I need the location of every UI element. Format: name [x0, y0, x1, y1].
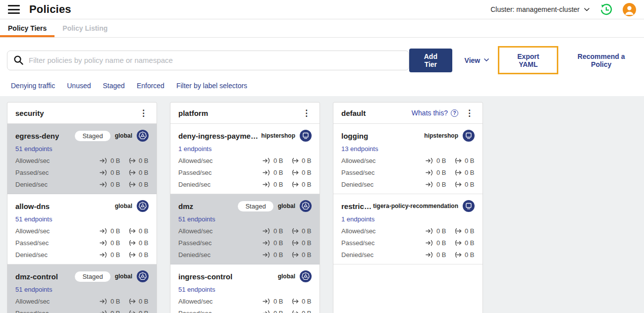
- recommend-policy-button[interactable]: Recommend a Policy: [566, 52, 636, 68]
- ingress-value: 0 B: [436, 239, 446, 247]
- egress-traffic-icon: [454, 181, 462, 188]
- tab-policy-listing-label: Policy Listing: [62, 24, 107, 32]
- policy-card-egress-deny[interactable]: egress-denyStagedglobal51 endpointsAllow…: [7, 124, 157, 194]
- whats-this-link[interactable]: Whats this??: [412, 109, 458, 117]
- policy-card-ingress-control[interactable]: ingress-controlglobal51 endpointsAllowed…: [170, 264, 320, 313]
- egress-value: 0 B: [465, 227, 475, 235]
- policy-card-logging[interactable]: logginghipstershop13 endpointsAllowed/se…: [333, 124, 483, 194]
- add-tier-button[interactable]: Add Tier: [409, 49, 452, 72]
- global-scope-icon: [137, 200, 149, 212]
- egress-traffic-icon: [291, 310, 299, 313]
- policy-search-box[interactable]: [7, 51, 409, 70]
- filter-unused[interactable]: Unused: [67, 82, 91, 90]
- kebab-menu-icon[interactable]: ⋮: [137, 108, 150, 118]
- whats-this-label: Whats this?: [412, 109, 448, 117]
- view-dropdown-button[interactable]: View: [465, 56, 489, 64]
- policy-name: logging: [341, 132, 368, 140]
- endpoints-link[interactable]: 51 endpoints: [178, 215, 312, 223]
- ingress-value: 0 B: [110, 227, 120, 235]
- egress-traffic-icon: [128, 298, 136, 305]
- global-scope-icon: [300, 270, 312, 282]
- egress-traffic-icon: [291, 169, 299, 176]
- endpoints-link[interactable]: 1 endpoints: [178, 145, 312, 153]
- kebab-menu-icon[interactable]: ⋮: [463, 108, 476, 118]
- export-yaml-button[interactable]: Export YAML: [507, 52, 549, 68]
- ingress-traffic-icon: [426, 181, 434, 188]
- policy-card-dmz[interactable]: dmzStagedglobal51 endpointsAllowed/sec0 …: [170, 194, 320, 264]
- metric-row: Denied/sec0 B0 B: [178, 181, 312, 188]
- policy-scope-label: global: [115, 132, 132, 139]
- metric-label: Passed/sec: [178, 239, 212, 247]
- global-scope-icon: [137, 270, 149, 282]
- metric-label: Passed/sec: [341, 239, 375, 247]
- metric-row: Passed/sec0 B0 B: [341, 169, 475, 176]
- egress-value: 0 B: [302, 181, 312, 188]
- metric-label: Allowed/sec: [341, 227, 376, 235]
- namespace-scope-icon: [463, 200, 475, 212]
- metric-label: Passed/sec: [178, 310, 212, 313]
- metric-row: Denied/sec0 B0 B: [15, 181, 149, 188]
- tab-policy-tiers[interactable]: Policy Tiers: [0, 19, 54, 37]
- metric-label: Denied/sec: [178, 181, 211, 188]
- hamburger-menu-icon[interactable]: [8, 5, 20, 14]
- policy-card-restricted[interactable]: restrictedtigera-policy-recommendation1 …: [333, 194, 483, 264]
- view-dropdown-label: View: [465, 56, 481, 64]
- metric-label: Allowed/sec: [178, 298, 213, 305]
- egress-traffic-icon: [128, 157, 136, 164]
- user-avatar[interactable]: [623, 3, 636, 16]
- cluster-selector[interactable]: Cluster: management-cluster: [490, 5, 590, 13]
- policy-name: dmz-control: [15, 272, 58, 281]
- tab-policy-listing[interactable]: Policy Listing: [54, 19, 115, 37]
- metric-row: Allowed/sec0 B0 B: [15, 157, 149, 164]
- ingress-value: 0 B: [110, 239, 120, 247]
- egress-value: 0 B: [302, 157, 312, 164]
- ingress-traffic-icon: [426, 252, 434, 258]
- ingress-value: 0 B: [273, 251, 283, 259]
- egress-value: 0 B: [465, 239, 475, 247]
- endpoints-link[interactable]: 51 endpoints: [15, 286, 149, 293]
- ingress-value: 0 B: [436, 157, 446, 164]
- egress-value: 0 B: [139, 298, 149, 305]
- policy-card-deny-ingress-paymentservice[interactable]: deny-ingress-paymentservicehipstershop1 …: [170, 124, 320, 194]
- ingress-traffic-icon: [263, 240, 271, 246]
- toolbar: Add Tier View Export YAML Recommend a Po…: [0, 38, 644, 74]
- ingress-traffic-icon: [263, 252, 271, 258]
- egress-value: 0 B: [302, 169, 312, 176]
- toolbar-actions: Add Tier View Export YAML Recommend a Po…: [409, 46, 636, 74]
- endpoints-link[interactable]: 51 endpoints: [15, 145, 149, 153]
- ingress-traffic-icon: [263, 310, 271, 313]
- filter-staged[interactable]: Staged: [103, 82, 125, 90]
- metric-row: Passed/sec0 B0 B: [341, 239, 475, 247]
- ingress-traffic-icon: [263, 298, 271, 305]
- filter-by-label-selectors[interactable]: Filter by label selectors: [176, 82, 247, 90]
- endpoints-link[interactable]: 13 endpoints: [341, 145, 475, 153]
- ingress-traffic-icon: [263, 169, 271, 176]
- endpoints-link[interactable]: 51 endpoints: [15, 215, 149, 223]
- metric-row: Denied/sec0 B0 B: [341, 181, 475, 188]
- endpoints-link[interactable]: 51 endpoints: [178, 286, 312, 293]
- metric-label: Passed/sec: [178, 169, 212, 176]
- metric-row: Denied/sec0 B0 B: [178, 251, 312, 259]
- search-input[interactable]: [29, 56, 403, 64]
- policy-card-dmz-control[interactable]: dmz-controlStagedglobal51 endpointsAllow…: [7, 264, 157, 313]
- metric-label: Denied/sec: [178, 251, 211, 259]
- metric-row: Allowed/sec0 B0 B: [341, 157, 475, 164]
- ingress-value: 0 B: [436, 251, 446, 259]
- metric-row: Passed/sec0 B0 B: [15, 169, 149, 176]
- filter-denying-traffic[interactable]: Denying traffic: [11, 82, 55, 90]
- endpoints-link[interactable]: 1 endpoints: [341, 215, 475, 223]
- metric-label: Denied/sec: [15, 181, 48, 188]
- kebab-menu-icon[interactable]: ⋮: [300, 108, 313, 118]
- egress-value: 0 B: [302, 298, 312, 305]
- policy-card-allow-dns[interactable]: allow-dnsglobal51 endpointsAllowed/sec0 …: [7, 194, 157, 264]
- egress-traffic-icon: [128, 252, 136, 258]
- global-scope-icon: [137, 130, 149, 142]
- metric-label: Denied/sec: [341, 181, 374, 188]
- ingress-value: 0 B: [273, 298, 283, 305]
- ingress-value: 0 B: [110, 169, 120, 176]
- history-icon[interactable]: [599, 3, 613, 16]
- filter-enforced[interactable]: Enforced: [137, 82, 164, 90]
- egress-value: 0 B: [465, 157, 475, 164]
- egress-traffic-icon: [128, 228, 136, 234]
- export-yaml-highlight: Export YAML: [498, 46, 558, 74]
